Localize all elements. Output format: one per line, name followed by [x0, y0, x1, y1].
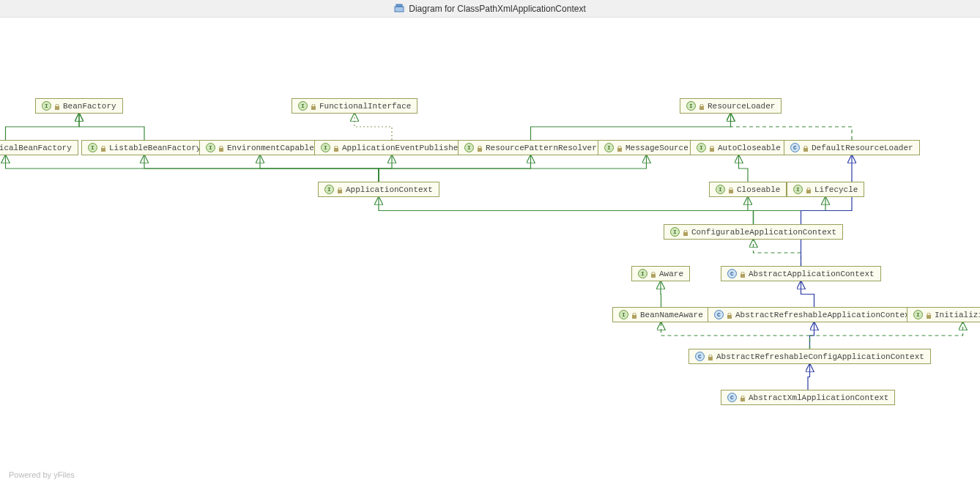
node-label: EnvironmentCapable: [227, 144, 314, 152]
node-AutoCloseable[interactable]: IAutoCloseable: [690, 140, 787, 155]
node-label: MessageSource: [626, 144, 688, 152]
node-ResourceLoader[interactable]: IResourceLoader: [680, 98, 782, 114]
node-AbstractApplicationContext[interactable]: CAbstractApplicationContext: [721, 266, 881, 281]
footer-text: Powered by yFiles: [9, 470, 75, 479]
interface-icon: I: [464, 143, 474, 152]
lock-icon: [631, 312, 637, 318]
lock-icon: [727, 312, 732, 318]
node-ConfigurableApplicationContext[interactable]: IConfigurableApplicationContext: [664, 224, 843, 240]
node-label: InitializingBean: [935, 311, 980, 319]
interface-icon: I: [716, 185, 725, 194]
node-FunctionalInterface[interactable]: IFunctionalInterface: [292, 98, 417, 114]
lock-icon: [806, 187, 812, 193]
node-EnvironmentCapable[interactable]: IEnvironmentCapable: [199, 140, 321, 155]
titlebar: Diagram for ClassPathXmlApplicationConte…: [0, 0, 980, 18]
lock-icon: [709, 145, 715, 151]
node-AbstractXmlApplicationContext[interactable]: CAbstractXmlApplicationContext: [721, 390, 895, 405]
svg-rect-15: [806, 190, 811, 193]
lock-icon: [477, 145, 483, 151]
node-AbstractRefreshableConfigApplicationContext[interactable]: CAbstractRefreshableConfigApplicationCon…: [688, 349, 931, 364]
svg-rect-0: [395, 7, 404, 12]
diagram-icon: [394, 4, 404, 14]
svg-rect-9: [478, 148, 482, 152]
node-label: ListableBeanFactory: [109, 144, 201, 152]
node-HierarchicalBeanFactory[interactable]: IHierarchicalBeanFactory: [0, 140, 78, 155]
node-ApplicationEventPublisher[interactable]: IApplicationEventPublisher: [314, 140, 469, 155]
interface-icon: I: [638, 269, 647, 278]
node-label: BeanNameAware: [640, 311, 703, 319]
svg-rect-12: [803, 148, 808, 152]
class-icon: C: [714, 310, 724, 319]
interface-icon: I: [298, 101, 308, 111]
lock-icon: [54, 103, 60, 109]
lock-icon: [311, 103, 316, 109]
interface-icon: I: [88, 143, 97, 152]
lock-icon: [708, 354, 713, 360]
node-label: ConfigurableApplicationContext: [691, 228, 836, 237]
diagram-canvas[interactable]: IBeanFactoryIFunctionalInterfaceIResourc…: [0, 18, 980, 485]
interface-icon: I: [604, 143, 614, 152]
svg-rect-7: [219, 148, 223, 152]
lock-icon: [926, 312, 932, 318]
node-label: FunctionalInterface: [319, 102, 411, 111]
interface-icon: I: [206, 143, 215, 152]
svg-rect-3: [311, 106, 316, 110]
svg-rect-6: [101, 148, 105, 152]
title-text: Diagram for ClassPathXmlApplicationConte…: [409, 4, 585, 14]
lock-icon: [333, 145, 339, 151]
interface-icon: I: [321, 143, 330, 152]
node-Lifecycle[interactable]: ILifecycle: [787, 182, 864, 197]
node-label: AutoCloseable: [718, 144, 781, 152]
node-AbstractRefreshableApplicationContext[interactable]: CAbstractRefreshableApplicationContext: [708, 307, 921, 322]
svg-rect-14: [729, 190, 733, 193]
node-label: ResourceLoader: [708, 102, 775, 111]
lock-icon: [699, 103, 705, 109]
svg-rect-20: [727, 315, 732, 319]
interface-icon: I: [324, 185, 334, 194]
class-icon: C: [790, 143, 800, 152]
svg-rect-23: [740, 398, 745, 401]
node-label: AbstractRefreshableApplicationContext: [735, 311, 914, 319]
svg-rect-22: [708, 357, 713, 360]
interface-icon: I: [793, 185, 803, 194]
node-BeanFactory[interactable]: IBeanFactory: [35, 98, 123, 114]
edges-layer: [0, 18, 980, 485]
svg-rect-19: [632, 315, 636, 319]
interface-icon: I: [697, 143, 706, 152]
lock-icon: [803, 145, 809, 151]
node-Aware[interactable]: IAware: [631, 266, 690, 281]
lock-icon: [683, 229, 688, 235]
svg-rect-8: [334, 148, 338, 152]
node-Closeable[interactable]: ICloseable: [709, 182, 787, 197]
node-InitializingBean[interactable]: IInitializingBean: [907, 307, 980, 322]
lock-icon: [100, 145, 106, 151]
svg-rect-18: [740, 274, 745, 278]
node-DefaultResourceLoader[interactable]: CDefaultResourceLoader: [784, 140, 920, 155]
node-label: ApplicationContext: [346, 185, 433, 194]
class-icon: C: [695, 352, 705, 361]
node-BeanNameAware[interactable]: IBeanNameAware: [612, 307, 710, 322]
svg-rect-11: [710, 148, 714, 152]
interface-icon: I: [670, 227, 680, 237]
node-ListableBeanFactory[interactable]: IListableBeanFactory: [81, 140, 207, 155]
node-ResourcePatternResolver[interactable]: IResourcePatternResolver: [458, 140, 604, 155]
node-label: Aware: [659, 270, 683, 278]
interface-icon: I: [619, 310, 628, 319]
node-label: ApplicationEventPublisher: [342, 144, 463, 152]
node-label: HierarchicalBeanFactory: [0, 144, 72, 152]
node-MessageSource[interactable]: IMessageSource: [598, 140, 695, 155]
svg-rect-13: [338, 190, 342, 193]
lock-icon: [740, 271, 746, 277]
node-label: BeanFactory: [63, 102, 116, 111]
lock-icon: [617, 145, 623, 151]
node-label: DefaultResourceLoader: [812, 144, 913, 152]
lock-icon: [218, 145, 224, 151]
interface-icon: I: [913, 310, 923, 319]
svg-rect-4: [699, 106, 704, 110]
node-ApplicationContext[interactable]: IApplicationContext: [318, 182, 439, 197]
node-label: AbstractApplicationContext: [749, 270, 875, 278]
lock-icon: [728, 187, 734, 193]
class-icon: C: [727, 269, 737, 278]
class-icon: C: [727, 393, 737, 402]
node-label: AbstractRefreshableConfigApplicationCont…: [716, 352, 924, 361]
